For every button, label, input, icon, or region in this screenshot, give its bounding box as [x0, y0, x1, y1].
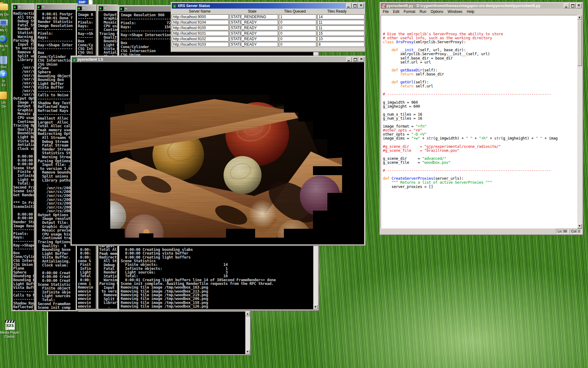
scroll-down-icon[interactable]: ▼: [313, 305, 318, 309]
console-title: ~: [83, 6, 95, 10]
scrollbar[interactable]: ▲ ▼: [245, 312, 250, 354]
server-cell[interactable]: STATE_READY: [230, 25, 278, 30]
maximize-button[interactable]: [570, 3, 575, 8]
xrs-window: XRS Server Status Server NameStateTiles …: [171, 2, 366, 52]
console-window-a: ~ Redirectin All Stre Debug St Fatal St …: [11, 3, 35, 312]
console-title: ~: [42, 5, 76, 9]
viewer-app-icon: [72, 58, 77, 62]
server-cell[interactable]: 14: [317, 14, 364, 19]
server-cell[interactable]: http://localhost:9000: [172, 14, 229, 19]
server-row[interactable]: http://localhost:9103STATE_READY08: [172, 42, 364, 47]
server-cell[interactable]: 11: [317, 25, 364, 30]
server-cell[interactable]: 0: [279, 31, 316, 36]
menu-format[interactable]: Format: [401, 9, 417, 14]
media-player-classic-icon: [5, 321, 14, 330]
console-icon: [120, 7, 124, 11]
server-cell[interactable]: http://localhost:9104: [172, 20, 229, 25]
scroll-down-icon[interactable]: ▼: [577, 224, 582, 228]
server-row[interactable]: http://localhost:9100STATE_READY011: [172, 25, 364, 30]
code-lines: # Give the xmlrpclib's ServerProxy the a…: [383, 32, 558, 189]
server-cell[interactable]: 0: [279, 42, 316, 47]
desktop: { "desktop": { "bmp_label": "BMP", "icon…: [0, 0, 588, 368]
console-icon: [37, 5, 41, 9]
console-titlebar[interactable]: ~: [98, 6, 117, 11]
server-row[interactable]: http://localhost:9104STATE_READY011: [172, 20, 364, 25]
code-editor[interactable]: # Give the xmlrpclib's ServerProxy the a…: [381, 15, 577, 228]
bmp-fragment[interactable]: BMP: [77, 0, 93, 5]
server-table-header: Server NameStateTiles QueuedTiles Ready: [172, 9, 364, 14]
editor-app-icon: [381, 4, 386, 8]
scrollbar-thumb[interactable]: [577, 20, 582, 66]
scroll-up-icon[interactable]: ▲: [245, 312, 250, 316]
bmp-label: BMP: [77, 0, 87, 5]
close-button[interactable]: [576, 3, 582, 8]
server-cell[interactable]: STATE_READY: [230, 36, 278, 41]
folder-icon: [0, 3, 8, 12]
server-cell[interactable]: http://localhost:9103: [172, 42, 229, 47]
console-output[interactable]: [48, 312, 245, 354]
maximize-button[interactable]: [352, 57, 358, 62]
server-cell[interactable]: http://localhost:9100: [172, 25, 229, 30]
editor-menubar: File Edit Format Run Options Windows Hel…: [381, 9, 582, 14]
server-cell[interactable]: STATE_RENDERING: [230, 14, 278, 19]
server-row[interactable]: http://localhost:9000STATE_RENDERING114: [172, 14, 364, 19]
close-button[interactable]: [358, 3, 364, 8]
minimize-button[interactable]: [346, 3, 352, 8]
server-cell[interactable]: 15: [317, 31, 364, 36]
editor-scrollbar[interactable]: ▲ ▼: [577, 15, 582, 228]
editor-statusbar: Ln: 98 Col: 0: [381, 229, 582, 234]
console-titlebar[interactable]: ~: [77, 6, 96, 11]
scroll-up-icon[interactable]: ▲: [577, 15, 582, 20]
console-text: Output Graphic Mosaic CPU usa Continu Tr…: [99, 13, 117, 58]
server-cell[interactable]: http://localhost:9102: [172, 36, 229, 41]
console-text: Image R ------- Pixels: Rays: ------- Ra…: [78, 13, 93, 58]
server-cell[interactable]: STATE_READY: [230, 42, 278, 47]
server-cell[interactable]: 10: [317, 36, 364, 41]
server-table: Server NameStateTiles QueuedTiles Ready …: [172, 9, 364, 48]
server-cell[interactable]: 11: [317, 20, 364, 25]
minimize-button[interactable]: [346, 57, 352, 62]
server-cell[interactable]: 0: [279, 20, 316, 25]
column-header[interactable]: State: [228, 9, 276, 14]
menu-windows[interactable]: Windows: [445, 9, 465, 14]
console-titlebar[interactable]: ~: [36, 4, 77, 10]
server-row[interactable]: http://localhost:9101STATE_READY015: [172, 31, 364, 36]
column-header[interactable]: Tiles Ready: [314, 9, 360, 14]
console-text: Redirectin All Stre Debug St Fatal St Re…: [13, 12, 34, 310]
menu-help[interactable]: Help: [465, 9, 477, 14]
internet-explorer-icon: [0, 70, 8, 79]
server-cell[interactable]: STATE_READY: [230, 20, 278, 25]
server-row[interactable]: http://localhost:9102STATE_READY010: [172, 36, 364, 41]
viewer-titlebar[interactable]: pyxrsclient 1.5: [72, 57, 365, 62]
status-line: Ln: 98: [556, 229, 569, 234]
console-output[interactable]: Redirectin All Stre Debug St Fatal St Re…: [13, 10, 34, 310]
server-cell[interactable]: 8: [317, 42, 364, 47]
console-window-empty: ▲ ▼: [47, 310, 251, 355]
desktop-icon-media-player-classic[interactable]: Media Player Classic: [0, 321, 21, 339]
maximize-button[interactable]: [352, 3, 358, 8]
server-cell[interactable]: 1: [279, 14, 316, 19]
editor-titlebar[interactable]: pyxrsclient5.py - D:\cygwin\home\themaxx…: [381, 3, 582, 9]
editor-title: pyxrsclient5.py - D:\cygwin\home\themaxx…: [386, 4, 563, 8]
server-cell[interactable]: 0: [279, 36, 316, 41]
minimize-button[interactable]: [564, 3, 569, 8]
server-cell[interactable]: 0: [279, 25, 316, 30]
menu-file[interactable]: File: [381, 9, 391, 14]
server-cell[interactable]: http://localhost:9101: [172, 31, 229, 36]
menu-run[interactable]: Run: [417, 9, 428, 14]
menu-options[interactable]: Options: [428, 9, 445, 14]
recycle-bin-icon: [0, 56, 8, 64]
scroll-down-icon[interactable]: ▼: [245, 350, 250, 354]
xrs-title: XRS Server Status: [178, 4, 345, 8]
column-header[interactable]: Server Name: [172, 9, 228, 14]
computer-icon: [0, 19, 8, 28]
xrs-titlebar[interactable]: XRS Server Status: [172, 3, 364, 9]
close-button[interactable]: [359, 57, 364, 62]
server-cell[interactable]: STATE_READY: [230, 31, 278, 36]
column-header[interactable]: Tiles Queued: [277, 9, 313, 14]
menu-edit[interactable]: Edit: [391, 9, 401, 14]
console-title: ~: [18, 5, 33, 9]
console-titlebar[interactable]: ~: [13, 4, 34, 10]
render-image: [110, 95, 342, 238]
console-title: ~: [104, 6, 117, 10]
